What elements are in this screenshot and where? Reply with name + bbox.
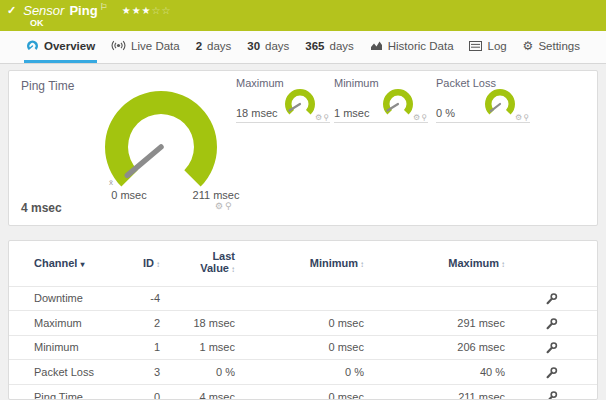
- channel-settings-wrench-icon[interactable]: [545, 341, 558, 354]
- tab-365-days-unit: days: [329, 40, 353, 52]
- gear-icon[interactable]: ⚙: [315, 113, 323, 122]
- tab-2-days-number: 2: [196, 40, 202, 52]
- cell-id: -4: [124, 286, 160, 311]
- cell-id: 1: [124, 335, 160, 360]
- cell-channel: Ping Time: [9, 384, 124, 400]
- cell-last-value: [160, 286, 235, 311]
- table-row-packet-loss[interactable]: Packet Loss 3 0 % 0 % 40 %: [9, 360, 597, 385]
- pin-icon[interactable]: ⚲: [421, 113, 428, 122]
- table-row-downtime[interactable]: Downtime -4: [9, 286, 597, 311]
- tab-historic-data[interactable]: Historic Data: [368, 31, 456, 63]
- cell-channel: Minimum: [9, 335, 124, 360]
- stars-filled[interactable]: ★★★: [122, 5, 152, 16]
- channel-settings-wrench-icon[interactable]: [545, 390, 558, 400]
- column-header-last-value[interactable]: LastValue↕: [160, 241, 235, 286]
- cell-minimum: 0 msec: [235, 384, 364, 400]
- column-header-actions: [505, 241, 597, 286]
- tab-2-days[interactable]: 2 days: [194, 31, 234, 63]
- sort-icon[interactable]: ↕: [360, 260, 364, 269]
- pin-icon[interactable]: ⚲: [523, 113, 530, 122]
- mini-gauge-value: 1 msec: [334, 107, 369, 119]
- tab-log-label: Log: [487, 40, 506, 52]
- tab-365-days[interactable]: 365 days: [303, 31, 355, 63]
- cell-last-value: 1 msec: [160, 335, 235, 360]
- cell-minimum: [235, 286, 364, 311]
- tab-30-days-unit: days: [265, 40, 289, 52]
- cell-channel: Downtime: [9, 286, 124, 311]
- gauge-icon: [26, 40, 39, 52]
- mini-gauge-value: 0 %: [436, 107, 455, 119]
- table-row-maximum[interactable]: Maximum 2 18 msec 0 msec 291 msec: [9, 311, 597, 336]
- sort-icon[interactable]: ↕: [156, 260, 160, 269]
- pin-icon[interactable]: ⚲: [323, 113, 330, 122]
- sort-icon[interactable]: ↕: [231, 265, 235, 274]
- prtg-sensor-page: ✓ Sensor Ping ⚐ ★★★☆☆ OK Overview Live: [0, 0, 606, 400]
- cell-actions[interactable]: [505, 335, 597, 360]
- cell-maximum: [364, 286, 505, 311]
- cell-minimum: 0 msec: [235, 311, 364, 336]
- pin-icon[interactable]: ⚲: [225, 201, 234, 211]
- gauge-panel: Ping Time x̄ 0 msec 211 msec ⚙⚲ 4 msec M…: [8, 70, 598, 226]
- tab-settings-label: Settings: [538, 40, 580, 52]
- tab-overview-label: Overview: [44, 40, 95, 52]
- gauge-average-marker: x̄: [109, 178, 113, 187]
- cell-maximum: 291 msec: [364, 311, 505, 336]
- tab-2-days-unit: days: [207, 40, 231, 52]
- sensor-type-label: Sensor: [23, 3, 64, 18]
- cell-actions[interactable]: [505, 286, 597, 311]
- cell-actions[interactable]: [505, 360, 597, 385]
- cell-maximum: 206 msec: [364, 335, 505, 360]
- tab-overview[interactable]: Overview: [24, 31, 97, 63]
- mini-gauge-maximum: Maximum 18 msec ⚙⚲: [236, 77, 330, 123]
- cell-last-value: 18 msec: [160, 311, 235, 336]
- stars-empty[interactable]: ☆☆: [152, 5, 172, 16]
- mini-gauge-minimum: Minimum 1 msec ⚙⚲: [334, 77, 428, 123]
- cell-last-value: 4 msec: [160, 384, 235, 400]
- cell-minimum: 0 %: [235, 360, 364, 385]
- cell-actions[interactable]: [505, 311, 597, 336]
- column-header-channel[interactable]: Channel▾: [9, 241, 124, 286]
- tab-live-data[interactable]: Live Data: [109, 31, 182, 63]
- table-row-minimum[interactable]: Minimum 1 1 msec 0 msec 206 msec: [9, 335, 597, 360]
- tab-30-days-number: 30: [247, 40, 260, 52]
- tab-settings[interactable]: ⚙ Settings: [521, 31, 582, 63]
- cell-maximum: 40 %: [364, 360, 505, 385]
- channel-settings-wrench-icon[interactable]: [545, 292, 558, 305]
- cell-id: 3: [124, 360, 160, 385]
- table-header-row: Channel▾ ID↕ LastValue↕ Minimum↕ Maximum…: [9, 241, 597, 286]
- column-header-maximum[interactable]: Maximum↕: [364, 241, 505, 286]
- cell-channel: Packet Loss: [9, 360, 124, 385]
- cell-id: 0: [124, 384, 160, 400]
- tab-30-days[interactable]: 30 days: [245, 31, 291, 63]
- column-header-id[interactable]: ID↕: [124, 241, 160, 286]
- tab-live-data-label: Live Data: [131, 40, 180, 52]
- priority-stars[interactable]: ★★★☆☆: [122, 5, 172, 16]
- cell-id: 2: [124, 311, 160, 336]
- cell-actions[interactable]: [505, 384, 597, 400]
- gauge-scale-min: 0 msec: [99, 189, 159, 201]
- sort-icon[interactable]: ↕: [501, 260, 505, 269]
- status-check-icon: ✓: [7, 4, 16, 17]
- gauge-needle: [127, 147, 161, 175]
- channel-settings-wrench-icon[interactable]: [545, 317, 558, 330]
- gear-icon[interactable]: ⚙: [215, 201, 225, 211]
- table-row-ping-time[interactable]: Ping Time 0 4 msec 0 msec 211 msec: [9, 384, 597, 400]
- gear-icon[interactable]: ⚙: [413, 113, 421, 122]
- gear-icon[interactable]: ⚙: [515, 113, 523, 122]
- column-header-minimum[interactable]: Minimum↕: [235, 241, 364, 286]
- mini-gauge-action-icons[interactable]: ⚙⚲: [315, 113, 330, 122]
- tab-log[interactable]: Log: [467, 31, 508, 63]
- priority-flag-icon: ⚐: [100, 2, 108, 12]
- sort-caret-icon[interactable]: ▾: [80, 260, 84, 269]
- tab-historic-data-label: Historic Data: [388, 40, 454, 52]
- cell-last-value: 0 %: [160, 360, 235, 385]
- channel-settings-wrench-icon[interactable]: [545, 366, 558, 379]
- cell-maximum: 211 msec: [364, 384, 505, 400]
- mini-gauge-packet-loss: Packet Loss 0 % ⚙⚲: [436, 77, 530, 123]
- log-list-icon: [469, 41, 482, 51]
- gauge-action-icons[interactable]: ⚙⚲: [215, 201, 234, 211]
- mini-gauge-action-icons[interactable]: ⚙⚲: [413, 113, 428, 122]
- mini-gauge-action-icons[interactable]: ⚙⚲: [515, 113, 530, 122]
- ping-time-value: 4 msec: [21, 201, 62, 215]
- live-signal-icon: [111, 40, 126, 51]
